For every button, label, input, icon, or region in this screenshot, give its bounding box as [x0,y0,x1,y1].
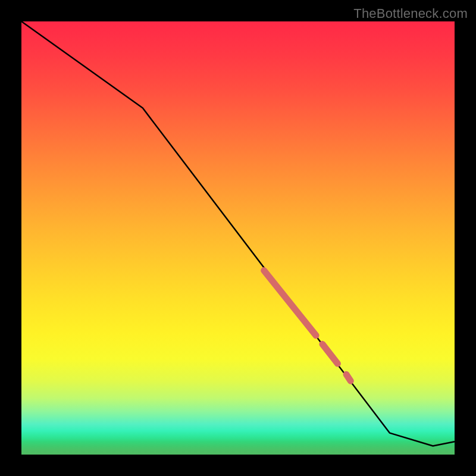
chart-container: TheBottleneck.com [0,0,476,476]
watermark-text: TheBottleneck.com [353,6,468,21]
heatmap-gradient [21,21,455,455]
plot-area [21,21,455,455]
